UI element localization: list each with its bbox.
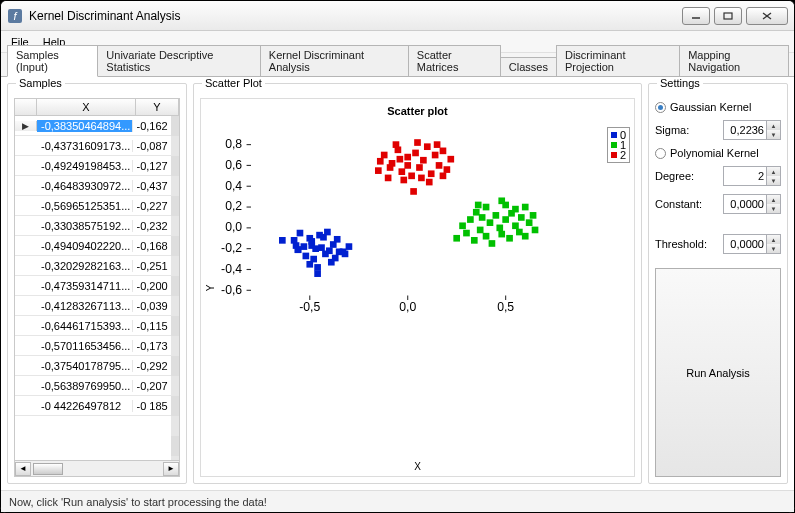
svg-rect-77 xyxy=(516,229,523,236)
sigma-input[interactable] xyxy=(724,124,766,136)
x-axis-label: X xyxy=(201,461,634,472)
cell-x[interactable]: -0,38350464894... xyxy=(37,120,133,132)
table-row[interactable]: -0,33038575192...-0,232 xyxy=(15,216,179,236)
tab-samples-input[interactable]: Samples (Input) xyxy=(7,45,98,77)
spinner-down-icon[interactable]: ▼ xyxy=(766,204,780,213)
table-row[interactable]: -0,43731609173...-0,087 xyxy=(15,136,179,156)
spinner-up-icon[interactable]: ▲ xyxy=(766,235,780,244)
grid-body[interactable]: ▶-0,38350464894...-0,162-0,43731609173..… xyxy=(15,116,179,460)
table-row[interactable]: -0,37540178795...-0,292 xyxy=(15,356,179,376)
svg-rect-87 xyxy=(498,197,505,204)
table-row[interactable]: ▶-0,38350464894...-0,162 xyxy=(15,116,179,136)
cell-x[interactable]: -0,49409402220... xyxy=(37,240,133,252)
table-row[interactable]: -0,49409402220...-0,168 xyxy=(15,236,179,256)
cell-x[interactable]: -0,56965125351... xyxy=(37,200,133,212)
cell-x[interactable]: -0,64461715393... xyxy=(37,320,133,332)
tab-mapping-navigation[interactable]: Mapping Navigation xyxy=(679,45,789,76)
threshold-input[interactable] xyxy=(724,238,766,250)
cell-x[interactable]: -0 44226497812 xyxy=(37,400,133,412)
tab-discriminant-projection[interactable]: Discriminant Projection xyxy=(556,45,680,76)
degree-label: Degree: xyxy=(655,170,694,182)
cell-x[interactable]: -0,57011653456... xyxy=(37,340,133,352)
cell-x[interactable]: -0,32029282163... xyxy=(37,260,133,272)
svg-text:-0,2: -0,2 xyxy=(221,241,242,255)
table-row[interactable]: -0,46483930972...-0,437 xyxy=(15,176,179,196)
gaussian-kernel-radio[interactable]: Gaussian Kernel xyxy=(655,101,781,113)
tab-scatter-matrices[interactable]: Scatter Matrices xyxy=(408,45,501,76)
cell-x[interactable]: -0,46483930972... xyxy=(37,180,133,192)
run-analysis-button[interactable]: Run Analysis xyxy=(655,268,781,477)
scroll-right-button[interactable]: ► xyxy=(163,462,179,476)
titlebar[interactable]: f Kernel Discriminant Analysis xyxy=(1,1,794,31)
cell-x[interactable]: -0,49249198453... xyxy=(37,160,133,172)
svg-rect-115 xyxy=(387,164,394,171)
svg-rect-106 xyxy=(393,141,400,148)
tab-kernel-discriminant[interactable]: Kernel Discriminant Analysis xyxy=(260,45,409,76)
row-header[interactable]: ▶ xyxy=(15,121,37,131)
constant-input[interactable] xyxy=(724,198,766,210)
cell-x[interactable]: -0,47359314711... xyxy=(37,280,133,292)
spinner-up-icon[interactable]: ▲ xyxy=(766,195,780,204)
chart-legend: 0 1 2 xyxy=(607,127,630,163)
cell-x[interactable]: -0,37540178795... xyxy=(37,360,133,372)
spinner-down-icon[interactable]: ▼ xyxy=(766,130,780,139)
column-header-x[interactable]: X xyxy=(37,99,136,115)
svg-rect-74 xyxy=(506,235,513,242)
scatter-plot[interactable]: Scatter plot Y X 0 1 2 -0,6-0,4-0,20,00,… xyxy=(200,98,635,477)
y-axis-label: Y xyxy=(205,284,216,291)
table-row[interactable]: -0,56389769950...-0,207 xyxy=(15,376,179,396)
table-row[interactable]: -0,49249198453...-0,127 xyxy=(15,156,179,176)
sigma-spinner[interactable]: ▲▼ xyxy=(723,120,781,140)
table-row[interactable]: -0,41283267113...-0,039 xyxy=(15,296,179,316)
legend-label-2: 2 xyxy=(620,150,626,160)
scroll-left-button[interactable]: ◄ xyxy=(15,462,31,476)
spinner-up-icon[interactable]: ▲ xyxy=(766,121,780,130)
svg-rect-80 xyxy=(526,219,533,226)
table-row[interactable]: -0,32029282163...-0,251 xyxy=(15,256,179,276)
svg-rect-3 xyxy=(724,13,732,19)
svg-rect-82 xyxy=(532,227,539,234)
svg-rect-88 xyxy=(475,202,482,209)
samples-grid[interactable]: X Y ▶-0,38350464894...-0,162-0,437316091… xyxy=(14,98,180,461)
svg-rect-95 xyxy=(404,154,411,161)
cell-x[interactable]: -0,33038575192... xyxy=(37,220,133,232)
svg-rect-64 xyxy=(473,209,480,216)
cell-x[interactable]: -0,41283267113... xyxy=(37,300,133,312)
minimize-button[interactable] xyxy=(682,7,710,25)
spinner-down-icon[interactable]: ▼ xyxy=(766,176,780,185)
cell-x[interactable]: -0,56389769950... xyxy=(37,380,133,392)
grid-vertical-scrollbar[interactable] xyxy=(171,116,179,460)
column-header-y[interactable]: Y xyxy=(136,99,179,115)
table-row[interactable]: -0,64461715393...-0,115 xyxy=(15,316,179,336)
svg-rect-63 xyxy=(471,237,478,244)
threshold-spinner[interactable]: ▲▼ xyxy=(723,234,781,254)
svg-text:0,6: 0,6 xyxy=(225,158,242,172)
spinner-down-icon[interactable]: ▼ xyxy=(766,244,780,253)
close-button[interactable] xyxy=(746,7,788,25)
svg-rect-108 xyxy=(444,166,451,173)
svg-rect-114 xyxy=(418,175,425,182)
table-row[interactable]: -0,47359314711...-0,200 xyxy=(15,276,179,296)
grid-corner[interactable] xyxy=(15,99,37,115)
svg-rect-38 xyxy=(312,245,319,252)
grid-horizontal-scrollbar[interactable]: ◄ ► xyxy=(14,461,180,477)
svg-rect-70 xyxy=(493,212,500,219)
table-row[interactable]: -0,56965125351...-0,227 xyxy=(15,196,179,216)
svg-rect-94 xyxy=(398,168,405,175)
table-row[interactable]: -0 44226497812-0 185 xyxy=(15,396,179,416)
tab-classes[interactable]: Classes xyxy=(500,57,557,76)
maximize-button[interactable] xyxy=(714,7,742,25)
cell-x[interactable]: -0,43731609173... xyxy=(37,140,133,152)
table-row[interactable]: -0,57011653456...-0,173 xyxy=(15,336,179,356)
svg-rect-81 xyxy=(530,212,537,219)
svg-rect-49 xyxy=(334,236,341,243)
polynomial-kernel-radio[interactable]: Polynomial Kernel xyxy=(655,147,781,159)
svg-text:-0,6: -0,6 xyxy=(221,283,242,297)
tab-univariate-stats[interactable]: Univariate Descriptive Statistics xyxy=(97,45,260,76)
degree-spinner[interactable]: ▲▼ xyxy=(723,166,781,186)
spinner-up-icon[interactable]: ▲ xyxy=(766,167,780,176)
scroll-thumb[interactable] xyxy=(33,463,63,475)
degree-input[interactable] xyxy=(724,170,766,182)
constant-spinner[interactable]: ▲▼ xyxy=(723,194,781,214)
svg-rect-39 xyxy=(314,270,321,277)
